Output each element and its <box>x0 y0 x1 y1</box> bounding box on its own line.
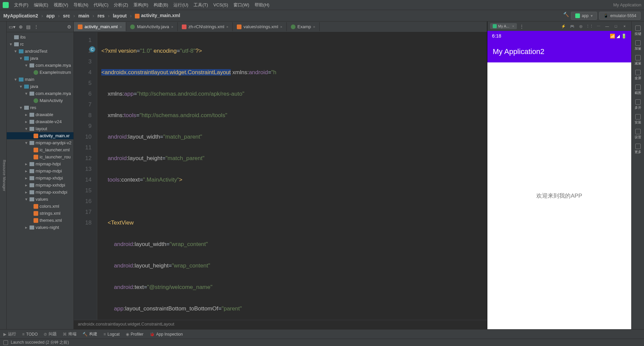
fold-icon[interactable]: ▾ <box>19 84 23 89</box>
tree-node[interactable]: ▾main <box>7 76 73 83</box>
emu-btn-3[interactable]: ◎ <box>577 23 585 30</box>
right-strip-item[interactable]: 减量 <box>632 53 644 68</box>
menu-item[interactable]: 导航(N) <box>71 1 90 9</box>
tree-node[interactable]: ▾layout <box>7 125 73 132</box>
menu-item[interactable]: 视图(V) <box>52 1 70 9</box>
editor-breadcrumb[interactable]: androidx.constraintlayout.widget.Constra… <box>74 320 487 329</box>
close-icon[interactable]: × <box>171 25 173 29</box>
fold-icon[interactable]: ▸ <box>24 112 28 117</box>
right-strip-item[interactable]: 设置 <box>632 127 644 142</box>
emulator-tab[interactable]: My A...× <box>490 23 517 29</box>
right-strip-item[interactable]: 更多 <box>632 142 644 156</box>
run-config-selector[interactable]: app▾ <box>571 12 597 20</box>
menu-item[interactable]: 运行(U) <box>171 1 190 9</box>
fold-icon[interactable]: ▸ <box>24 183 28 188</box>
locate-icon[interactable]: ⊕ <box>19 24 23 30</box>
fold-icon[interactable]: ▾ <box>24 126 28 131</box>
fold-icon[interactable]: ▾ <box>24 63 28 68</box>
fold-icon[interactable]: ▸ <box>24 161 28 166</box>
bottom-tool-button[interactable]: 🔨构建 <box>83 331 97 337</box>
tree-node[interactable]: ▾java <box>7 83 73 90</box>
breadcrumb-item[interactable]: res <box>98 13 105 18</box>
fold-icon[interactable]: ▸ <box>24 225 28 230</box>
tree-node[interactable]: activity_main.xr <box>7 132 73 139</box>
close-icon[interactable]: × <box>280 25 282 29</box>
editor-tab[interactable]: MainActivity.java× <box>126 22 177 31</box>
breadcrumb-item[interactable]: src <box>63 13 70 18</box>
tree-node[interactable]: ExampleInstrum <box>7 69 73 76</box>
tree-node[interactable]: ▸drawable <box>7 111 73 118</box>
breadcrumb-item[interactable]: MyApplication2 <box>3 13 38 18</box>
gutter-marker-c[interactable]: C <box>89 46 95 52</box>
breadcrumb-item[interactable]: activity_main.xml <box>135 13 180 18</box>
right-strip-item[interactable]: 截图 <box>632 83 644 97</box>
fold-icon[interactable]: ▸ <box>24 190 28 195</box>
tree-node[interactable]: ▾com.example.mya <box>7 90 73 97</box>
fold-icon[interactable]: ▸ <box>24 168 28 174</box>
fold-icon[interactable]: ▾ <box>9 42 13 47</box>
editor-tab[interactable]: zh-rCN\strings.xml× <box>178 22 233 31</box>
breadcrumb-item[interactable]: layout <box>113 13 126 18</box>
menu-item[interactable]: VCS(S) <box>211 1 230 9</box>
tree-node[interactable]: ▸mipmap-xxxhdpi <box>7 189 73 196</box>
menu-item[interactable]: 代码(C) <box>92 1 110 9</box>
fold-icon[interactable]: ▾ <box>24 140 28 145</box>
bottom-tool-button[interactable]: ≡TODO <box>22 332 38 337</box>
menu-item[interactable]: 构建(B) <box>152 1 170 9</box>
fold-icon[interactable]: ▾ <box>24 197 28 202</box>
breadcrumb-item[interactable]: app <box>46 13 55 18</box>
maximize-button[interactable]: □ <box>612 23 620 30</box>
tree-node[interactable]: ▸mipmap-xhdpi <box>7 175 73 182</box>
tree-node[interactable]: ▾rc <box>7 41 73 48</box>
tree-node[interactable]: ▸mipmap-hdpi <box>7 160 73 167</box>
right-strip-item[interactable]: 按键 <box>632 23 644 38</box>
close-button[interactable]: × <box>621 23 629 30</box>
fold-icon[interactable]: ▾ <box>24 91 28 96</box>
emu-btn-2[interactable]: 🎮 <box>568 23 576 30</box>
bottom-tool-button[interactable]: ◉Profiler <box>126 332 144 337</box>
expand-icon[interactable]: ▤ <box>26 24 31 30</box>
tree-node[interactable]: ▾androidTest <box>7 48 73 55</box>
tree-node[interactable]: ic_launcher.xml <box>7 146 73 153</box>
tree-node[interactable]: ▾mipmap-anydpi-v2 <box>7 139 73 146</box>
tree-node[interactable]: ▾java <box>7 55 73 62</box>
fold-icon[interactable]: ▾ <box>19 105 23 110</box>
menu-item[interactable]: 重构(R) <box>131 1 150 9</box>
minimize-button[interactable]: — <box>603 23 611 30</box>
menu-item[interactable]: 文件(F) <box>12 1 31 9</box>
close-icon[interactable]: × <box>313 25 315 29</box>
left-strip-resource[interactable]: Resource Manager <box>2 25 6 326</box>
code-area[interactable]: <?xml version="1.0" encoding="utf-8"?> <… <box>97 32 487 320</box>
tree-node[interactable]: ibs <box>7 34 73 41</box>
bottom-tool-button[interactable]: ▶运行 <box>3 331 16 337</box>
tree-node[interactable]: ▸mipmap-xxhdpi <box>7 182 73 189</box>
fold-icon[interactable]: ▸ <box>24 176 28 181</box>
emulator-menu-icon[interactable]: ⋮ <box>520 24 524 29</box>
close-icon[interactable]: × <box>120 25 122 29</box>
bottom-tool-button[interactable]: ≡Logcat <box>103 332 119 337</box>
editor-tab[interactable]: values\strings.xml× <box>233 22 287 31</box>
tree-node[interactable]: ▸mipmap-mdpi <box>7 167 73 175</box>
bottom-tool-button[interactable]: ⌘终端 <box>63 331 76 337</box>
breadcrumb-item[interactable]: main <box>78 13 89 18</box>
menu-item[interactable]: 帮助(H) <box>253 1 271 9</box>
bottom-tool-button[interactable]: ⊘问题 <box>44 331 57 337</box>
menu-item[interactable]: 分析(Z) <box>112 1 130 9</box>
device-selector[interactable]: 📱emulator-5554 <box>599 12 641 20</box>
build-icon[interactable]: 🔨 <box>563 12 569 20</box>
tree-node[interactable]: ▾values <box>7 196 73 203</box>
menu-item[interactable]: 工具(T) <box>192 1 210 9</box>
close-icon[interactable]: × <box>226 25 228 29</box>
menu-item[interactable]: 编辑(E) <box>32 1 50 9</box>
collapse-icon[interactable]: ⋮ <box>34 24 39 30</box>
tree-node[interactable]: ▸drawable-v24 <box>7 118 73 125</box>
tree-node[interactable]: colors.xml <box>7 203 73 210</box>
tree-node[interactable]: ic_launcher_rou <box>7 153 73 160</box>
tree-node[interactable]: themes.xml <box>7 217 73 224</box>
tree-node[interactable]: MainActivity <box>7 97 73 104</box>
right-strip-item[interactable]: 加量 <box>632 38 644 53</box>
fold-icon[interactable]: ▾ <box>13 77 17 82</box>
tree-node[interactable]: ▸values-night <box>7 224 73 231</box>
bottom-tool-button[interactable]: 🐞App Inspection <box>150 332 183 337</box>
editor-tab[interactable]: activity_main.xml× <box>74 22 126 31</box>
